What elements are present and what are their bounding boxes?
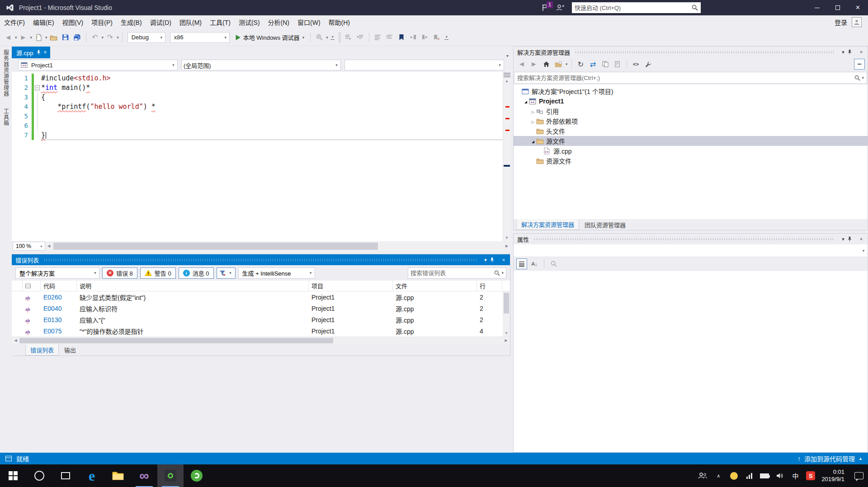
fold-margin[interactable] bbox=[34, 121, 41, 131]
code-column-header[interactable]: 代码 bbox=[41, 281, 77, 291]
visual-studio-taskbar-button[interactable]: ∞ bbox=[131, 464, 157, 487]
save-all-button[interactable] bbox=[72, 32, 83, 43]
properties-title-bar[interactable]: 属性 ▾ × bbox=[514, 234, 868, 244]
scope-dropdown[interactable]: (全局范围) ▾ bbox=[181, 60, 341, 70]
solution-search-input[interactable] bbox=[517, 75, 854, 81]
solution-platform-dropdown[interactable]: x86 ▾ bbox=[170, 32, 230, 43]
alphabetical-sort-button[interactable]: A↓ bbox=[529, 258, 540, 269]
bottom-tab-active[interactable]: 错误列表 bbox=[25, 344, 59, 356]
scroll-left-icon[interactable]: ◀ bbox=[12, 337, 19, 344]
panel-drag-texture[interactable] bbox=[533, 237, 834, 241]
error-list-vertical-scrollbar[interactable]: ▼ bbox=[503, 291, 510, 337]
se-back-button[interactable]: ◄ bbox=[516, 59, 527, 70]
fold-margin[interactable]: − bbox=[34, 83, 41, 93]
code-line[interactable]: 4 *printf("hello world") * bbox=[12, 102, 503, 112]
new-file-button[interactable] bbox=[33, 32, 44, 43]
sogou-input-icon[interactable]: S bbox=[806, 464, 815, 487]
pending-changes-filter-button[interactable]: ↻ bbox=[576, 59, 586, 70]
auto-hide-pin-icon[interactable] bbox=[848, 49, 857, 55]
code-lines[interactable]: 1#include<stdio.h>2−*int main()*3{4 *pri… bbox=[12, 74, 503, 140]
navigate-back-dropdown-icon[interactable]: ▾ bbox=[15, 35, 17, 40]
preview-selected-items-button[interactable]: − bbox=[854, 59, 865, 70]
severity-column-header[interactable] bbox=[12, 281, 23, 291]
toolbar-options-button[interactable]: ▾ bbox=[443, 32, 450, 43]
tree-item[interactable]: 资源文件 bbox=[514, 156, 868, 166]
edge-browser-button[interactable]: e bbox=[79, 464, 105, 487]
chevron-down-icon[interactable]: ▾ bbox=[333, 63, 340, 67]
auto-hide-pin-icon[interactable] bbox=[848, 236, 857, 242]
code-text[interactable]: *printf("hello world") * bbox=[41, 102, 503, 112]
h-scrollbar-thumb[interactable] bbox=[53, 243, 378, 250]
v-scrollbar-thumb[interactable] bbox=[504, 293, 509, 314]
chevron-down-icon[interactable]: ▾ bbox=[496, 63, 504, 67]
solution-explorer-search[interactable]: ▾ bbox=[514, 72, 867, 84]
fold-margin[interactable] bbox=[34, 74, 41, 83]
solution-tree[interactable]: 解决方案"Project1"(1 个项目)++Project1▷引用▷外部依赖项… bbox=[514, 84, 868, 219]
solution-configuration-dropdown[interactable]: Debug ▾ bbox=[127, 32, 165, 43]
people-button[interactable] bbox=[698, 464, 708, 487]
close-panel-icon[interactable]: × bbox=[857, 236, 866, 242]
tree-expander-icon[interactable]: ▷ bbox=[530, 117, 536, 125]
panel-drag-texture[interactable] bbox=[575, 50, 834, 54]
tray-overflow-button[interactable]: ∧ bbox=[714, 464, 723, 487]
error-source-dropdown[interactable]: 生成 + IntelliSense ▾ bbox=[238, 267, 315, 279]
clear-bookmarks-button[interactable] bbox=[431, 32, 442, 43]
code-editor[interactable]: 1#include<stdio.h>2−*int main()*3{4 *pri… bbox=[12, 72, 510, 241]
editor-scrollbar-track[interactable] bbox=[503, 84, 510, 235]
error-code-link[interactable]: E0260 bbox=[41, 294, 77, 301]
source-control-button[interactable]: ↑ 添加到源代码管理 ▲ bbox=[797, 454, 863, 463]
home-button[interactable] bbox=[541, 59, 552, 70]
previous-bookmark-button[interactable] bbox=[408, 32, 419, 43]
menu-item[interactable]: 窗口(W) bbox=[293, 15, 325, 29]
h-scrollbar-track[interactable] bbox=[52, 241, 503, 251]
solution-explorer-title-bar[interactable]: 解决方案资源管理器 ▾ × bbox=[514, 47, 868, 57]
chevron-down-icon[interactable]: ▾ bbox=[228, 271, 233, 275]
input-method-indicator[interactable]: 中 bbox=[791, 464, 800, 487]
properties-object-dropdown[interactable]: ▾ bbox=[514, 244, 868, 257]
toolbar-grip[interactable] bbox=[339, 33, 341, 42]
warnings-filter-button[interactable]: 警告 0 bbox=[140, 267, 176, 279]
quick-launch-input[interactable] bbox=[575, 5, 692, 11]
auto-hide-pin-icon[interactable] bbox=[490, 257, 499, 262]
code-text[interactable]: } bbox=[41, 131, 503, 140]
fold-collapse-icon[interactable]: − bbox=[35, 85, 40, 90]
project-dropdown[interactable]: ++ Project1 ▾ bbox=[18, 60, 178, 70]
error-row[interactable]: abE0130应输入"{"Project1源.cpp2 bbox=[12, 314, 510, 325]
chevron-down-icon[interactable]: ▾ bbox=[307, 271, 315, 275]
menu-item[interactable]: 编辑(E) bbox=[29, 15, 58, 29]
window-position-dropdown-icon[interactable]: ▾ bbox=[481, 257, 490, 263]
vertical-tool-tab[interactable]: 服务器资源管理器 bbox=[2, 50, 10, 97]
code-line[interactable]: 2−*int main()* bbox=[12, 83, 503, 93]
editor-horizontal-scrollbar[interactable]: ◀ ▶ bbox=[45, 241, 510, 251]
tree-expander-icon[interactable] bbox=[523, 98, 529, 105]
tree-item[interactable]: ▷外部依赖项 bbox=[514, 116, 868, 126]
next-bookmark-button[interactable] bbox=[420, 32, 430, 43]
network-tray-icon[interactable] bbox=[745, 464, 754, 487]
navigate-back-button[interactable]: ◄ bbox=[3, 32, 14, 43]
code-text[interactable]: *int main()* bbox=[41, 83, 503, 93]
volume-tray-icon[interactable] bbox=[775, 464, 784, 487]
cortana-button[interactable] bbox=[26, 464, 52, 487]
messages-filter-button[interactable]: i 消息 0 bbox=[179, 267, 214, 279]
document-tab-active[interactable]: 源.cpp × bbox=[12, 47, 50, 58]
chevron-down-icon[interactable]: ▾ bbox=[158, 35, 165, 40]
vertical-tool-tab[interactable]: 工具箱 bbox=[2, 108, 10, 126]
h-scrollbar-track[interactable] bbox=[19, 337, 502, 344]
close-panel-icon[interactable]: × bbox=[857, 49, 866, 55]
errors-filter-button[interactable]: ✕ 错误 8 bbox=[102, 267, 137, 279]
menu-item[interactable]: 视图(V) bbox=[58, 15, 88, 29]
error-list-title-bar[interactable]: 错误列表 ▾ × bbox=[12, 254, 510, 265]
screenshot-tool-button[interactable] bbox=[157, 464, 184, 487]
menu-item[interactable]: 测试(S) bbox=[235, 15, 264, 29]
properties-grid[interactable] bbox=[514, 271, 868, 452]
code-line[interactable]: 7} bbox=[12, 131, 503, 140]
zoom-dropdown[interactable]: 100 % ▾ bbox=[13, 242, 45, 251]
se-forward-button[interactable]: ► bbox=[528, 59, 539, 70]
find-next-button[interactable] bbox=[355, 32, 366, 43]
refresh-button[interactable] bbox=[600, 59, 611, 70]
tree-item[interactable]: ▷引用 bbox=[514, 106, 868, 116]
chevron-down-icon[interactable]: ▾ bbox=[566, 62, 568, 66]
window-position-dropdown-icon[interactable]: ▾ bbox=[839, 49, 848, 55]
fold-margin[interactable] bbox=[34, 102, 41, 112]
comment-lines-button[interactable] bbox=[373, 32, 383, 43]
